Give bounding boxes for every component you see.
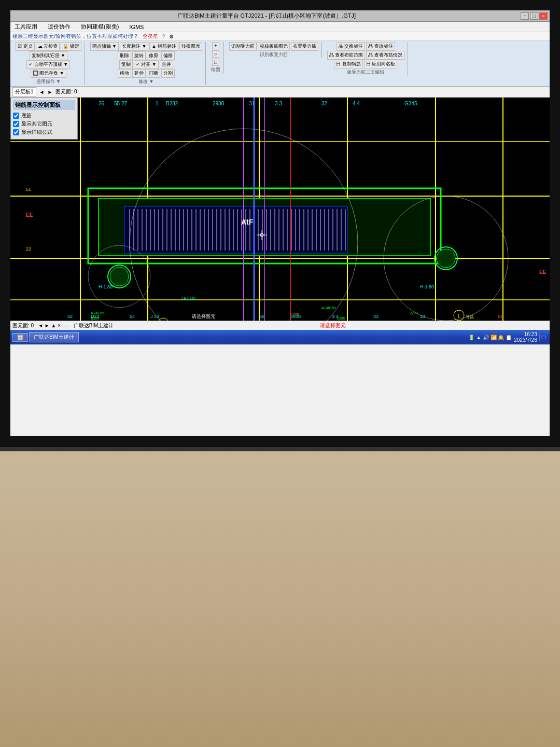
svg-text:D23: D23 — [91, 314, 100, 319]
nav-btn-next[interactable]: ► — [47, 89, 52, 95]
show-desktop-button[interactable]: □ — [539, 334, 548, 341]
draw-rect[interactable]: □ — [212, 59, 219, 66]
svg-text:22: 22 — [26, 246, 31, 252]
copy-button[interactable]: 复制 — [119, 60, 133, 69]
taskbar-clock: 16:23 2023/7/26 — [514, 331, 537, 343]
taskbar-start-button[interactable]: 🪟 — [12, 333, 28, 342]
nav-btn-prev[interactable]: ◄ — [39, 89, 45, 95]
svg-text:J 23: J 23 — [150, 314, 159, 319]
modify-mark-button[interactable]: 品 查改标注 — [366, 42, 395, 51]
cloud-check-button[interactable]: ☁ 云检查 — [36, 42, 60, 51]
length-mark-button[interactable]: 长度标注 ▼ — [120, 42, 148, 51]
screen: 广联达BIM土建计量平台 GTJ2021 - [F:\江山棋小区地下室(坡道）.… — [10, 10, 550, 436]
menu-collab[interactable]: 协同建模(限免) — [79, 22, 121, 31]
ribbon-group-draw: + ○ □ 绘图 — [208, 42, 224, 73]
rotate-button[interactable]: 旋转 — [132, 51, 146, 60]
auto-align-button[interactable]: ✓ 自动平齐顶板 ▼ — [26, 60, 70, 69]
panel-title: 钢筋显示控制面板 — [13, 100, 75, 110]
rebar-mark-button[interactable]: ▲ 钢筋标注 — [149, 42, 178, 51]
lock-button[interactable]: 🔒 锁定 — [61, 42, 81, 51]
menu-cost[interactable]: 遗价协作 — [46, 22, 73, 31]
svg-text:H-1.80: H-1.80 — [181, 296, 195, 301]
ribbon-group-general: ☑ 定义 ☁ 云检查 🔒 锁定 复制到其它层 ▼ ✓ 自动平齐顶板 ▼ 🔲 图元… — [12, 42, 85, 85]
element-save-button[interactable]: 🔲 图元存盘 ▼ — [31, 69, 66, 78]
checkbox-show-elements[interactable]: 显示其它图元 — [13, 120, 75, 128]
extend-button[interactable]: 延伸 — [132, 69, 146, 78]
identify-force-rebar-button[interactable]: 识别受力筋 — [229, 42, 257, 51]
minimize-button[interactable]: － — [521, 12, 529, 20]
delete-button[interactable]: 删除 — [118, 51, 131, 60]
taskbar-start-area: 🪟 广联达BIM土建计 — [12, 332, 79, 342]
svg-text:32: 32 — [321, 101, 328, 106]
draw-circle[interactable]: ○ — [212, 50, 219, 58]
layer-select[interactable]: 分层板1 — [12, 87, 36, 96]
move-button[interactable]: 移动 — [118, 69, 131, 78]
status-bar: 图元面: 0 ◄ ► ▲ × – – 广联达BIM土建计 请选择图元 — [10, 321, 550, 330]
show-formula-checkbox[interactable] — [13, 129, 19, 135]
convert-button[interactable]: 转换图元 — [179, 42, 202, 51]
cad-canvas: D23 963 26 55 27 1 B282 2930 31 3 3 32 4… — [10, 98, 550, 321]
close-button[interactable]: × — [539, 12, 548, 20]
break-button[interactable]: 打断 — [147, 69, 160, 78]
offset-button[interactable]: 偏移 — [161, 51, 175, 60]
window-controls: － □ × — [521, 12, 548, 20]
cad-area[interactable]: D23 963 26 55 27 1 B282 2930 31 3 3 32 4… — [10, 98, 550, 321]
align-button[interactable]: ✓ 对齐 ▼ — [134, 60, 159, 69]
trim-button[interactable]: 修剪 — [147, 51, 160, 60]
laptop-body: 广联达BIM土建计量平台 GTJ2021 - [F:\江山棋小区地下室(坡道）.… — [0, 0, 560, 747]
svg-text:2930: 2930 — [290, 314, 301, 319]
checkbox-bottom-rebar[interactable]: 底筋 — [13, 112, 75, 119]
ribbon-toolbar-1: ☑ 定义 ☁ 云检查 🔒 锁定 复制到其它层 ▼ ✓ 自动平齐顶板 ▼ 🔲 图元… — [10, 41, 550, 87]
copy-layer-button[interactable]: 复制到其它层 ▼ — [30, 51, 67, 60]
tray-icons: 🔋 ▲ 🔊 📶 🔔 📋 — [468, 335, 512, 340]
svg-text:G345: G345 — [404, 101, 417, 106]
ribbon-group-rebar-ann: 品 交换标注 品 查改标注 品 查看布筋范围 品 查看布筋情况 日 复制钢筋 日… — [324, 42, 408, 76]
general-ops-label: 通用操作 ▼ — [36, 78, 61, 85]
split-button[interactable]: 分割 — [161, 69, 175, 78]
svg-text:1: 1 — [457, 313, 460, 319]
svg-text:EE: EE — [539, 269, 547, 275]
verify-slab-rebar-button[interactable]: 校核板筋图元 — [258, 42, 290, 51]
svg-text:26: 26 — [99, 101, 105, 106]
title-bar-text: 广联达BIM土建计量平台 GTJ2021 - [F:\江山棋小区地下室(坡道）.… — [12, 12, 521, 20]
two-point-axis-button[interactable]: 两点辅轴 ▼ — [90, 42, 119, 51]
exchange-mark-button[interactable]: 品 交换标注 — [337, 42, 366, 51]
svg-text:3 3: 3 3 — [275, 101, 282, 106]
place-force-rebar-button[interactable]: 布置受力筋 — [291, 42, 318, 51]
help-icon[interactable]: ? — [162, 34, 165, 39]
svg-text:B282: B282 — [166, 101, 178, 106]
status-text: 请选择图元 — [118, 322, 548, 329]
svg-text:H-1.80: H-1.80 — [420, 284, 434, 289]
draw-cross[interactable]: + — [212, 42, 219, 49]
bottom-rebar-checkbox[interactable] — [13, 113, 19, 119]
taskbar-app-item[interactable]: 广联达BIM土建计 — [29, 332, 79, 342]
svg-text:号筋: 号筋 — [466, 315, 474, 320]
modify-label: 修改 ▼ — [138, 78, 153, 85]
svg-text:33: 33 — [420, 314, 425, 319]
svg-text:H-1.80: H-1.80 — [99, 284, 113, 289]
maximize-button[interactable]: □ — [530, 12, 538, 20]
brand-label: 广联达BIM土建计 — [74, 322, 114, 329]
element-count: 图元面: 0 — [12, 322, 34, 329]
menu-tools[interactable]: 工具应用 — [12, 22, 39, 31]
define-button[interactable]: ☑ 定义 — [16, 42, 35, 51]
svg-text:EE: EE — [26, 212, 33, 218]
show-elements-checkbox[interactable] — [13, 121, 19, 127]
merge-button[interactable]: 合并 — [160, 60, 173, 69]
svg-text:1: 1 — [156, 101, 159, 106]
nav-icons: ◄ ► ▲ × – – — [38, 323, 69, 328]
settings-icon[interactable]: ⚙ — [169, 34, 174, 39]
svg-text:2930: 2930 — [213, 101, 225, 106]
checkbox-show-formula[interactable]: 显示详细公式 — [13, 129, 75, 136]
svg-rect-25 — [124, 206, 347, 253]
menu-igms[interactable]: IGMS — [127, 23, 146, 31]
svg-text:2200: 2200 — [410, 311, 418, 315]
taskbar-tray: 🔋 ▲ 🔊 📶 🔔 📋 16:23 2023/7/26 □ — [468, 331, 548, 343]
view-rebar-range-button[interactable]: 品 查看布筋范围 — [327, 51, 366, 60]
show-elements-label: 显示其它图元 — [21, 120, 52, 128]
view-rebar-status-button[interactable]: 品 查看布筋情况 — [366, 51, 404, 60]
apply-same-slab-button[interactable]: 日 应用同名板 — [364, 60, 398, 68]
user-label: 全星星 — [143, 33, 158, 40]
copy-rebar-button[interactable]: 日 复制钢筋 — [334, 60, 363, 68]
clock-time: 16:23 — [514, 331, 537, 337]
